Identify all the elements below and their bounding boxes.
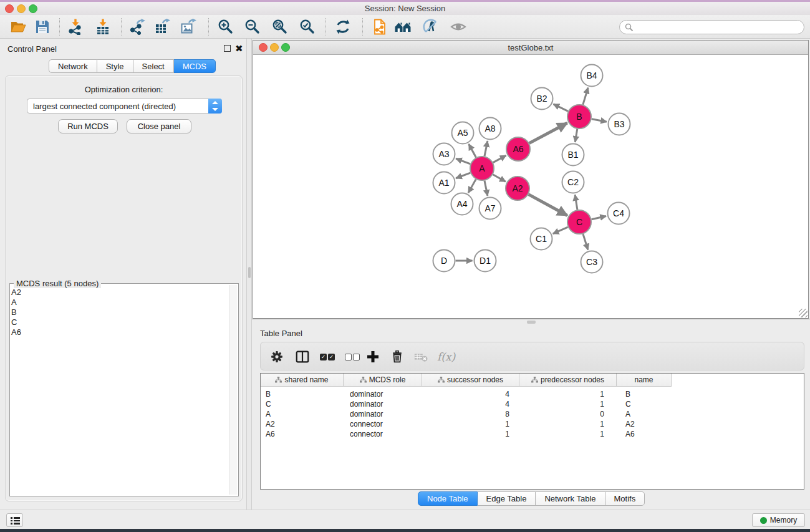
table-row[interactable]: A dominator 8 0 A [261, 409, 804, 419]
graph-edge-B-B2[interactable] [553, 104, 568, 111]
table-settings-gear-icon[interactable] [270, 349, 284, 364]
tab-network[interactable]: Network [49, 59, 97, 73]
splitter-handle[interactable] [527, 321, 536, 324]
graph-node-A5[interactable]: A5 [452, 122, 474, 144]
eye-icon[interactable] [450, 19, 466, 35]
graph-node-D[interactable]: D [433, 250, 455, 272]
graph-edge-C-C4[interactable] [592, 216, 606, 219]
tab-node-table[interactable]: Node Table [418, 491, 478, 506]
column-view-icon[interactable] [295, 349, 310, 364]
panel-splitter-vertical[interactable] [246, 39, 252, 510]
export-image-icon[interactable] [180, 19, 196, 35]
search-input[interactable] [619, 20, 804, 34]
graph-edge-B-B4[interactable] [583, 88, 588, 105]
graph-node-C1[interactable]: C1 [531, 228, 552, 250]
column-header-name[interactable]: name [617, 374, 672, 387]
tab-style[interactable]: Style [97, 59, 133, 73]
memory-button[interactable]: Memory [752, 513, 805, 527]
mcds-result-item[interactable]: B [11, 307, 21, 317]
zoom-in-icon[interactable] [218, 19, 234, 35]
mcds-result-item[interactable]: A2 [11, 288, 21, 297]
graph-node-A1[interactable]: A1 [433, 172, 455, 194]
graph-edge-C-C1[interactable] [553, 227, 568, 234]
run-mcds-button[interactable]: Run MCDS [58, 119, 118, 133]
deselect-all-icon[interactable] [345, 349, 361, 364]
table-row[interactable]: A2 connector 1 1 A2 [261, 419, 804, 429]
open-file-icon[interactable] [10, 19, 26, 35]
save-session-icon[interactable] [34, 19, 51, 35]
criterion-select[interactable]: largest connected component (directed) [27, 99, 222, 114]
home-icon[interactable] [395, 19, 411, 35]
tab-edge-table[interactable]: Edge Table [478, 491, 536, 506]
select-all-icon[interactable]: ✓✓ [320, 349, 336, 364]
graph-edge-B-B1[interactable] [575, 129, 577, 142]
result-scrollbar[interactable] [229, 285, 237, 495]
zoom-selected-icon[interactable] [299, 19, 316, 35]
export-table-icon[interactable] [154, 19, 170, 35]
mcds-result-item[interactable]: A [11, 297, 21, 307]
table-row[interactable]: A6 connector 1 1 A6 [261, 429, 804, 439]
import-network-icon[interactable] [67, 19, 84, 35]
window-resize-grip[interactable] [799, 309, 808, 317]
graph-node-B4[interactable]: B4 [581, 65, 603, 87]
graph-node-A[interactable]: A [470, 157, 494, 180]
column-header-successor-nodes[interactable]: successor nodes [422, 374, 519, 387]
tab-motifs[interactable]: Motifs [605, 491, 645, 506]
graph-node-C2[interactable]: C2 [562, 172, 584, 193]
import-table-icon[interactable] [95, 19, 111, 35]
graph-node-B[interactable]: B [567, 105, 591, 128]
hide-graphics-details-icon[interactable] [423, 19, 439, 35]
tab-mcds[interactable]: MCDS [174, 59, 216, 73]
delete-trash-icon[interactable] [390, 349, 404, 364]
mcds-result-item[interactable]: C [11, 317, 21, 327]
mcds-result-item[interactable]: A6 [11, 327, 21, 337]
graph-edge-B-B3[interactable] [592, 119, 607, 122]
graph-edge-A-A4[interactable] [468, 179, 476, 193]
graph-node-A4[interactable]: A4 [451, 193, 473, 215]
network-file-icon[interactable] [372, 19, 388, 35]
graph-node-B2[interactable]: B2 [531, 88, 553, 110]
tab-select[interactable]: Select [133, 59, 174, 73]
panel-splitter-horizontal[interactable] [252, 319, 810, 324]
add-column-plus-icon[interactable] [367, 349, 379, 364]
function-builder-icon[interactable]: f(x) [437, 349, 455, 364]
graph-node-C4[interactable]: C4 [608, 203, 630, 225]
delete-table-icon[interactable] [413, 349, 428, 364]
column-header-predecessor-nodes[interactable]: predecessor nodes [519, 374, 617, 387]
refresh-icon[interactable] [335, 19, 351, 35]
task-history-button[interactable] [6, 513, 23, 527]
graph-node-D1[interactable]: D1 [475, 250, 496, 272]
graph-edge-C-C3[interactable] [583, 234, 588, 249]
table-row[interactable]: B dominator 4 1 B [261, 389, 804, 399]
graph-node-A3[interactable]: A3 [433, 143, 455, 165]
graph-edge-A6-B[interactable] [529, 123, 567, 143]
graph-edge-A2-C[interactable] [529, 195, 567, 216]
graph-node-A2[interactable]: A2 [506, 177, 529, 200]
zoom-fit-icon[interactable] [272, 19, 288, 35]
graph-node-C3[interactable]: C3 [581, 251, 603, 273]
network-canvas[interactable]: B4B2BB3A8A5A6A3B1AA1C2A2A4A7C4CC1DD1C3 [253, 55, 808, 318]
close-panel-button[interactable]: Close panel [127, 119, 191, 133]
graph-node-B1[interactable]: B1 [562, 144, 584, 166]
graph-edge-A-A6[interactable] [493, 155, 506, 162]
graph-node-A7[interactable]: A7 [480, 198, 501, 220]
graph-node-B3[interactable]: B3 [609, 114, 630, 135]
graph-edge-A-A5[interactable] [469, 144, 476, 157]
graph-node-A8[interactable]: A8 [480, 118, 501, 140]
zoom-out-icon[interactable] [244, 19, 261, 35]
graph-edge-A-A8[interactable] [485, 141, 488, 156]
export-network-icon[interactable] [129, 19, 145, 35]
splitter-handle[interactable] [248, 267, 251, 278]
table-row[interactable]: C dominator 4 1 C [261, 399, 804, 409]
graph-edge-A-A7[interactable] [485, 181, 488, 196]
tab-network-table[interactable]: Network Table [536, 491, 605, 506]
column-header-mcds-role[interactable]: MCDS role [344, 374, 422, 387]
graph-edge-A-A1[interactable] [456, 173, 470, 178]
graph-edge-A-A2[interactable] [493, 175, 505, 181]
graph-node-C[interactable]: C [567, 210, 591, 234]
graph-edge-C-C2[interactable] [575, 195, 577, 210]
graph-edge-A-A3[interactable] [456, 158, 470, 164]
float-panel-icon[interactable] [224, 45, 231, 52]
network-window-titlebar[interactable]: testGlobe.txt [253, 41, 808, 55]
graph-node-A6[interactable]: A6 [506, 137, 530, 161]
